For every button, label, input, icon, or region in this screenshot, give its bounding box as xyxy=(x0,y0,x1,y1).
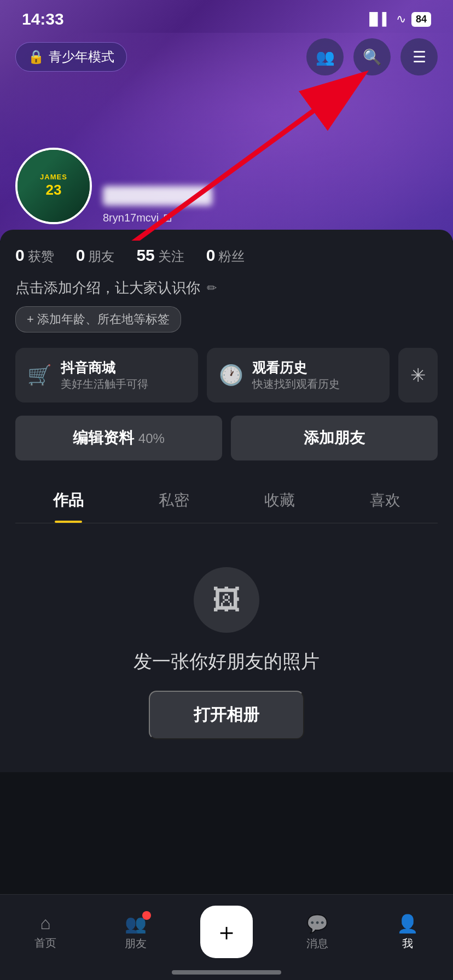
add-tags-label: 添加年龄、所在地等标签 xyxy=(37,311,170,328)
add-tags-button[interactable]: + 添加年龄、所在地等标签 xyxy=(15,306,181,332)
status-time: 14:33 xyxy=(22,10,64,28)
open-album-label: 打开相册 xyxy=(194,705,259,724)
create-button[interactable]: ＋ xyxy=(200,906,253,958)
history-title: 观看历史 xyxy=(252,359,340,377)
edit-profile-button[interactable]: 编辑资料 40% xyxy=(15,416,222,460)
battery-icon: 84 xyxy=(411,12,431,27)
profile-header: JAMES 23 8ryn17mcvi ⊞ xyxy=(15,148,212,224)
stat-fans-num: 0 xyxy=(206,246,216,265)
username-area: 8ryn17mcvi ⊞ xyxy=(103,186,212,224)
tags-row: + 添加年龄、所在地等标签 xyxy=(15,306,438,332)
signal-icon: ▐▌▌ xyxy=(365,12,391,26)
quick-card-history[interactable]: 🕐 观看历史 快速找到观看历史 xyxy=(207,348,390,402)
username-blurred xyxy=(103,186,212,206)
nav-home[interactable]: ⌂ 首页 xyxy=(0,913,91,950)
profile-nav-icon: 👤 xyxy=(397,913,419,934)
people-icon: 👥 xyxy=(316,48,335,66)
bio-text: 点击添加介绍，让大家认识你 xyxy=(15,278,200,298)
add-friend-label: 添加朋友 xyxy=(304,429,365,446)
status-icons: ▐▌▌ ∿ 84 xyxy=(365,12,431,27)
nav-friends-label: 朋友 xyxy=(125,936,147,951)
empty-state-text: 发一张你好朋友的照片 xyxy=(133,649,320,674)
content-tabs: 作品 私密 收藏 喜欢 xyxy=(15,478,438,523)
wifi-icon: ∿ xyxy=(396,12,406,26)
edit-profile-label: 编辑资料 xyxy=(73,429,134,446)
plus-create-icon: ＋ xyxy=(214,916,239,948)
image-placeholder-icon: 🖼 xyxy=(212,584,241,616)
shop-icon: 🛒 xyxy=(27,364,52,387)
search-icon-button[interactable]: 🔍 xyxy=(353,38,391,75)
jersey-name: JAMES xyxy=(40,173,67,181)
stat-likes-num: 0 xyxy=(15,246,25,265)
search-icon: 🔍 xyxy=(363,48,382,66)
quick-card-shop-text: 抖音商城 美好生活触手可得 xyxy=(61,359,148,392)
friends-icon-button[interactable]: 👥 xyxy=(306,38,344,75)
avatar[interactable]: JAMES 23 xyxy=(15,148,92,224)
header-background: 14:33 ▐▌▌ ∿ 84 🔒 青少年模式 👥 🔍 ☰ JA xyxy=(0,0,453,241)
user-id: 8ryn17mcvi xyxy=(103,212,159,224)
nav-messages-label: 消息 xyxy=(306,936,328,951)
tab-private-label: 私密 xyxy=(159,492,189,509)
stat-friends-num: 0 xyxy=(76,246,85,265)
nav-profile[interactable]: 👤 我 xyxy=(362,913,453,951)
avatar-inner: JAMES 23 xyxy=(18,150,90,222)
stat-following[interactable]: 55 关注 xyxy=(136,246,184,265)
messages-icon: 💬 xyxy=(306,913,328,934)
plus-icon: + xyxy=(27,312,34,326)
tab-likes[interactable]: 喜欢 xyxy=(332,478,438,523)
bio-row[interactable]: 点击添加介绍，让大家认识你 ✏ xyxy=(15,278,438,298)
qr-icon: ⊞ xyxy=(163,211,172,224)
quick-more-button[interactable]: ✳ xyxy=(398,348,438,402)
youth-mode-label: 青少年模式 xyxy=(49,48,114,66)
jersey-number: 23 xyxy=(46,182,62,199)
stats-row: 0 获赞 0 朋友 55 关注 0 粉丝 xyxy=(15,246,438,265)
tab-likes-label: 喜欢 xyxy=(370,492,400,509)
stat-friends-label: 朋友 xyxy=(88,248,114,265)
nav-profile-label: 我 xyxy=(402,936,413,951)
edit-profile-progress: 40% xyxy=(138,431,165,446)
menu-icon-button[interactable]: ☰ xyxy=(400,38,438,75)
history-icon: 🕐 xyxy=(219,364,243,387)
shop-subtitle: 美好生活触手可得 xyxy=(61,377,148,392)
tab-private[interactable]: 私密 xyxy=(121,478,226,523)
stat-fans: 0 粉丝 xyxy=(206,246,245,265)
tab-works-label: 作品 xyxy=(53,492,84,509)
edit-icon: ✏ xyxy=(207,281,217,295)
home-indicator xyxy=(172,970,281,975)
home-icon: ⌂ xyxy=(40,913,50,934)
quick-card-history-text: 观看历史 快速找到观看历史 xyxy=(252,359,340,392)
shop-title: 抖音商城 xyxy=(61,359,148,377)
empty-state: 🖼 发一张你好朋友的照片 打开相册 xyxy=(15,523,438,772)
add-friend-button[interactable]: 添加朋友 xyxy=(231,416,438,460)
main-content: 0 获赞 0 朋友 55 关注 0 粉丝 点击添加介绍，让大家认识你 ✏ + 添… xyxy=(0,230,453,772)
bottom-navigation: ⌂ 首页 👥 朋友 ＋ 💬 消息 👤 我 xyxy=(0,894,453,980)
menu-icon: ☰ xyxy=(413,48,426,66)
friends-nav-icon: 👥 xyxy=(125,913,147,934)
asterisk-icon: ✳ xyxy=(410,364,426,386)
notification-dot xyxy=(142,911,151,920)
history-subtitle: 快速找到观看历史 xyxy=(252,377,340,392)
quick-card-shop[interactable]: 🛒 抖音商城 美好生活触手可得 xyxy=(15,348,198,402)
user-id-row: 8ryn17mcvi ⊞ xyxy=(103,211,212,224)
youth-mode-button[interactable]: 🔒 青少年模式 xyxy=(15,42,127,72)
stat-friends: 0 朋友 xyxy=(76,246,115,265)
tab-works[interactable]: 作品 xyxy=(15,478,121,523)
open-album-button[interactable]: 打开相册 xyxy=(149,691,304,739)
nav-messages[interactable]: 💬 消息 xyxy=(272,913,363,951)
status-bar: 14:33 ▐▌▌ ∿ 84 xyxy=(0,0,453,34)
nav-home-label: 首页 xyxy=(34,936,56,950)
stat-fans-label: 粉丝 xyxy=(218,248,245,265)
tab-favorites-label: 收藏 xyxy=(264,492,295,509)
nav-friends[interactable]: 👥 朋友 xyxy=(91,913,182,951)
top-navigation: 🔒 青少年模式 👥 🔍 ☰ xyxy=(0,38,453,75)
shield-icon: 🔒 xyxy=(28,49,44,65)
quick-access-row: 🛒 抖音商城 美好生活触手可得 🕐 观看历史 快速找到观看历史 ✳ xyxy=(15,348,438,402)
action-buttons-row: 编辑资料 40% 添加朋友 xyxy=(15,416,438,460)
stat-following-num: 55 xyxy=(136,246,154,265)
tab-favorites[interactable]: 收藏 xyxy=(226,478,332,523)
stat-following-label: 关注 xyxy=(158,248,184,265)
nav-create[interactable]: ＋ xyxy=(181,906,272,958)
stat-likes-label: 获赞 xyxy=(28,248,54,265)
nav-icon-group: 👥 🔍 ☰ xyxy=(306,38,438,75)
empty-icon-wrap: 🖼 xyxy=(194,567,259,633)
